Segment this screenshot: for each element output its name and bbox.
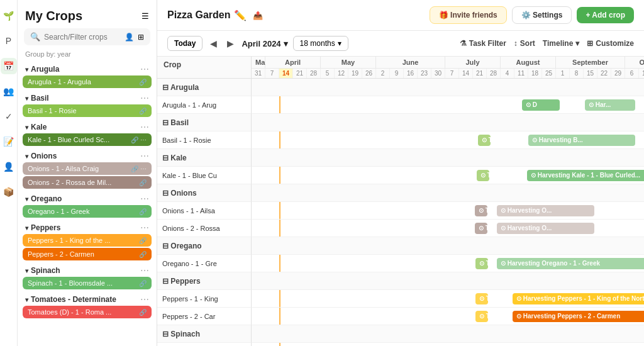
timeline-bar-item[interactable]: ⊙ T [475, 205, 487, 216]
crop-item-icon: 🔗 [139, 251, 147, 258]
more-icon[interactable]: ⋯ [140, 122, 149, 132]
crop-item-icon: ⋯ [140, 165, 147, 172]
crop-group-header[interactable]: ▾ Tomatoes - Determinate⋯ [23, 292, 152, 306]
next-button[interactable]: ▶ [225, 37, 236, 50]
timeline-bar-item[interactable]: ⊙ T [475, 258, 488, 269]
crop-group-header[interactable]: ▾ Basil⋯ [23, 91, 152, 104]
customize-button[interactable]: ⊞ Customize [587, 39, 634, 48]
calendar-timeline-cell: ⊙ T⊙ Harvesting Peppers - 2 - Carmen [252, 308, 644, 325]
timeline-bar-item[interactable]: ⊙ Harvesting Peppers - 1 - King of the N… [513, 293, 644, 304]
crop-list-item[interactable]: Arugula - 1 - Arugula🔗 [23, 75, 152, 88]
chevron-icon: ▾ [25, 225, 28, 232]
share-icon[interactable]: 📤 [253, 11, 263, 20]
crop-group-header[interactable]: ▾ Spinach⋯ [23, 263, 152, 277]
crop-group-header[interactable]: ▾ Kale⋯ [23, 120, 152, 133]
timeline-bar-item[interactable]: ⊙ T [478, 135, 491, 146]
crop-item-icons: 🔗 [139, 208, 147, 215]
crop-list-item[interactable]: Tomatoes (D) - 1 - Roma ...🔗 [23, 306, 152, 318]
date-dropdown[interactable]: April 2024 ▾ [242, 39, 287, 48]
timeline-bar-item[interactable]: ⊙ T [475, 293, 488, 304]
calendar-group-label[interactable]: ⊟ Peppers [157, 272, 252, 290]
main-content: Pizza Garden ✏️ 📤 🎁 Invite friends ⚙️ Se… [157, 0, 644, 346]
crop-list-item[interactable]: Kale - 1 - Blue Curled Sc...🔗⋯ [23, 133, 152, 146]
day-cell: 14 [459, 69, 473, 78]
more-icon[interactable]: ⋯ [140, 265, 149, 276]
timeline-bar-item[interactable]: ⊙ Harvesting B... [528, 135, 635, 146]
timeline-bar-item[interactable]: ⊙ Harvesting Kale - 1 - Blue Curled... [527, 170, 644, 181]
chevron-icon: ▾ [25, 267, 28, 274]
crop-group-header[interactable]: ▾ Onions⋯ [23, 148, 152, 162]
more-icon[interactable]: ⋯ [140, 294, 149, 304]
calendar-group-label[interactable]: ⊟ Oregano [157, 237, 252, 255]
crop-list-item[interactable]: Oregano - 1 - Greek🔗 [23, 205, 152, 218]
crop-list-item[interactable]: Onions - 2 - Rossa de Mil...🔗 [23, 176, 152, 189]
calendar-group-label[interactable]: ⊟ Spinach [157, 325, 252, 343]
month-cell: March [252, 57, 265, 68]
nav-icon-tasks[interactable]: ✓ [1, 108, 17, 125]
calendar-container[interactable]: Crop MarchAprilMayJuneJulyAugustSeptembe… [157, 57, 644, 346]
calendar-group-label[interactable]: ⊟ Basil [157, 114, 252, 131]
nav-icon-notes[interactable]: 📝 [1, 133, 17, 150]
crop-list-item[interactable]: Peppers - 2 - Carmen🔗 [23, 248, 152, 260]
timeline-bar-item[interactable]: ⊙ Harvesting O... [497, 223, 594, 234]
nav-icon-calendar[interactable]: 📅 [1, 58, 17, 74]
more-icon[interactable]: ⋯ [140, 64, 149, 74]
menu-icon[interactable]: ☰ [142, 11, 149, 21]
crop-item-label: Kale - 1 - Blue Curled Sc... [28, 136, 131, 143]
crop-group-name: ▾ Peppers [25, 223, 60, 232]
nav-icon-team[interactable]: 👥 [1, 83, 17, 99]
nav-icon-profile[interactable]: P [1, 33, 17, 49]
timeline-bar-item[interactable]: ⊙ D [522, 99, 560, 111]
nav-icon-logo[interactable]: 🌱 [1, 8, 17, 24]
add-crop-button[interactable]: + Add crop [577, 7, 634, 23]
timeline-bar-item[interactable]: ⊙ T [475, 223, 487, 234]
crop-group: ▾ Peppers⋯Peppers - 1 - King of the ...🔗… [18, 220, 157, 262]
timeline-bar-item[interactable]: ⊙ Harvesting Peppers - 2 - Carmen [513, 311, 644, 322]
search-bar[interactable]: 🔍 👤 ⊞ [24, 28, 150, 45]
months-header: MarchAprilMayJuneJulyAugustSeptemberOcto… [252, 57, 644, 79]
more-icon[interactable]: ⋯ [140, 151, 149, 161]
invite-button[interactable]: 🎁 Invite friends [430, 6, 507, 24]
crop-group-name: ▾ Arugula [25, 65, 59, 74]
prev-button[interactable]: ◀ [208, 37, 219, 50]
months-dropdown[interactable]: 18 months ▾ [293, 36, 348, 51]
crop-group-header[interactable]: ▾ Peppers⋯ [23, 220, 152, 234]
search-input[interactable] [44, 33, 121, 42]
crop-list-item[interactable]: Peppers - 1 - King of the ...🔗 [23, 234, 152, 247]
edit-icon[interactable]: ✏️ [234, 9, 247, 21]
crop-group-header[interactable]: ▾ Arugula⋯ [23, 62, 152, 75]
crop-list-item[interactable]: Spinach - 1 - Bloomsdale ...🔗 [23, 277, 152, 289]
timeline-bar-item[interactable]: ⊙ T [475, 311, 488, 322]
settings-button[interactable]: ⚙️ Settings [512, 6, 572, 24]
more-icon[interactable]: ⋯ [140, 93, 149, 103]
calendar-timeline-cell [252, 114, 644, 131]
timeline-bar-item[interactable]: ⊙ Harvesting Oregano - 1 - Greek [497, 258, 644, 269]
calendar-timeline-cell [252, 79, 644, 96]
calendar-group-label[interactable]: ⊟ Onions [157, 184, 252, 202]
crop-item-icons: 🔗 [139, 79, 147, 86]
sidebar-nav: ▾ Arugula⋯Arugula - 1 - Arugula🔗▾ Basil⋯… [18, 62, 157, 346]
crop-item-icon: 🔗 [131, 165, 138, 172]
nav-icon-store[interactable]: 📦 [1, 184, 17, 200]
calendar-group-label[interactable]: ⊟ Kale [157, 149, 252, 167]
day-cell: 21 [473, 69, 487, 78]
crop-list-item[interactable]: Basil - 1 - Rosie🔗 [23, 104, 152, 117]
sort-button[interactable]: ↕ Sort [514, 39, 535, 48]
crop-group-header[interactable]: ▾ Oregano⋯ [23, 191, 152, 205]
today-button[interactable]: Today [167, 36, 203, 51]
timeline-bar-item[interactable]: ⊙ Harvesting O... [497, 205, 594, 216]
day-cell: 26 [362, 69, 376, 78]
chevron-icon: ▾ [25, 153, 28, 160]
crop-item-label: Arugula - 1 - Arugula [28, 78, 139, 86]
timeline-bar-item[interactable]: ⊙ T [477, 170, 489, 181]
timeline-bar-item[interactable]: ⊙ Har... [585, 99, 635, 111]
crop-list-item[interactable]: Onions - 1 - Ailsa Craig🔗⋯ [23, 162, 152, 175]
task-filter-button[interactable]: ⚗ Task Filter [460, 39, 506, 48]
nav-icon-user[interactable]: 👤 [1, 159, 17, 175]
crop-item-label: Tomatoes (D) - 1 - Roma ... [28, 308, 139, 316]
more-icon[interactable]: ⋯ [140, 194, 149, 204]
calendar-grid: Crop MarchAprilMayJuneJulyAugustSeptembe… [157, 57, 644, 346]
calendar-group-label[interactable]: ⊟ Arugula [157, 79, 252, 96]
more-icon[interactable]: ⋯ [140, 223, 149, 233]
timeline-button[interactable]: Timeline ▾ [543, 39, 579, 48]
